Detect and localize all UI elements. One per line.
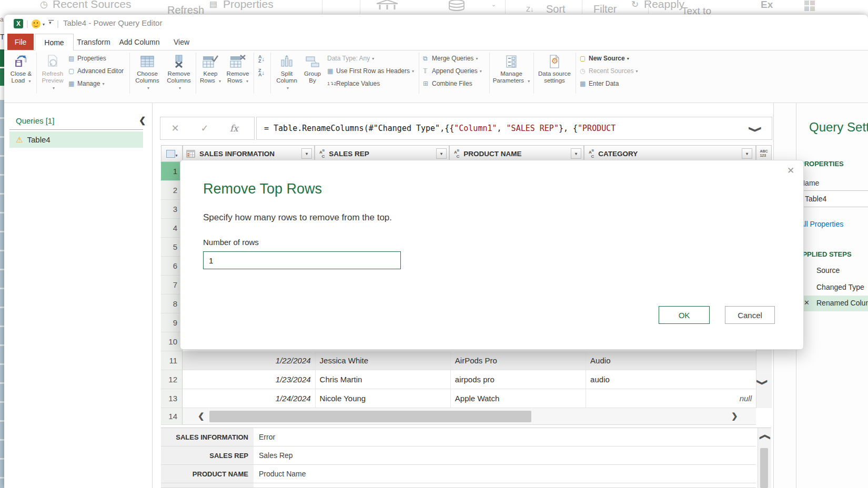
applied-step-changed-type[interactable]: Changed Type	[816, 283, 864, 291]
row-number[interactable]: 4	[161, 219, 183, 238]
recent-sources-button[interactable]: ◷ Recent Sources ▾	[580, 66, 638, 76]
new-source-button[interactable]: ▢ New Source ▾	[580, 54, 629, 63]
feedback-smiley-icon[interactable]	[32, 19, 41, 28]
filter-dropdown-button[interactable]: ▾	[436, 148, 447, 159]
manage-parameters-button[interactable]: Manage Parameters ▾	[492, 53, 530, 85]
smiley-dropdown-icon[interactable]: ▾	[43, 22, 45, 27]
tab-home[interactable]: Home	[35, 34, 74, 50]
row-number[interactable]: 10	[161, 332, 183, 351]
row-number[interactable]: 7	[161, 276, 183, 294]
scroll-down-icon[interactable]: ❯	[756, 379, 769, 386]
row-number[interactable]: 1	[161, 162, 183, 181]
table-cell[interactable]: 1/24/2024	[183, 389, 316, 408]
replace-values-button[interactable]: 1↴2 Replace Values	[327, 79, 380, 88]
formula-expand-icon[interactable]: ❯	[749, 126, 763, 133]
tab-transform[interactable]: Transform	[76, 34, 112, 50]
select-all-dropdown-icon: ▾	[176, 154, 178, 158]
dropdown-arrow-icon: ▾	[287, 86, 289, 90]
tab-file[interactable]: File	[7, 34, 34, 50]
row-number[interactable]: 11	[161, 351, 183, 370]
quick-access-toolbar-chevron-icon[interactable]: ▾	[49, 20, 52, 25]
table-cell[interactable]: airpods pro	[451, 370, 586, 389]
row-number[interactable]: 13	[161, 389, 183, 408]
group-by-line2: By	[309, 77, 316, 84]
table-cell[interactable]: Jessica White	[316, 351, 451, 370]
table-cell[interactable]: Nicole Young	[316, 389, 451, 408]
close-and-load-button[interactable]: Close & Load ▾	[6, 53, 36, 85]
ribbon-separator	[36, 53, 37, 94]
remove-rows-button[interactable]: Remove Rows ▾	[224, 53, 251, 85]
row-number[interactable]: 3	[161, 200, 183, 219]
formula-commit-icon[interactable]: ✓	[190, 123, 219, 134]
append-queries-button[interactable]: 𝕋 Append Queries ▾	[423, 66, 482, 76]
enter-data-button[interactable]: ▦ Enter Data	[580, 79, 619, 88]
advanced-editor-button[interactable]: ▢ Advanced Editor	[68, 66, 124, 76]
keep-rows-button[interactable]: Keep Rows ▾	[198, 53, 223, 85]
refresh-preview-button[interactable]: Refresh Preview ▾	[39, 53, 66, 92]
choose-columns-button[interactable]: Choose Columns ▾	[133, 53, 162, 92]
dropdown-arrow-icon: ▾	[635, 69, 638, 74]
filter-dropdown-button[interactable]: ▾	[301, 148, 312, 159]
query-name-input[interactable]	[800, 190, 868, 207]
all-properties-link[interactable]: All Properties	[800, 220, 843, 228]
table-cell[interactable]: Chris Martin	[316, 370, 451, 389]
row-number[interactable]: 5	[161, 238, 183, 257]
use-first-row-as-headers-button[interactable]: ▦ Use First Row as Headers ▾	[327, 66, 414, 76]
row-number[interactable]: 9	[161, 313, 183, 332]
table-cell-null[interactable]: null	[586, 389, 756, 408]
scroll-up-icon[interactable]: ❯	[758, 434, 770, 441]
scroll-left-icon[interactable]: ❮	[198, 411, 205, 421]
row-number[interactable]: 6	[161, 257, 183, 276]
data-source-settings-button[interactable]: ⚙ Data source settings	[536, 53, 573, 84]
horizontal-scroll-thumb[interactable]	[209, 411, 531, 422]
applied-steps-section-header: APPLIED STEPS	[798, 250, 852, 258]
bg-sheet-cell-green	[0, 49, 4, 67]
remove-columns-button[interactable]: Remove Columns ▾	[164, 53, 194, 92]
filter-dropdown-button[interactable]: ▾	[571, 148, 581, 159]
scroll-right-icon[interactable]: ❯	[731, 411, 738, 421]
query-list-item-table4[interactable]: ⚠ Table4	[9, 131, 143, 148]
delete-step-icon[interactable]: ✕	[804, 299, 810, 307]
sort-descending-button[interactable]: Z A ↓	[256, 67, 267, 78]
ok-button[interactable]: OK	[659, 306, 710, 324]
combine-files-button[interactable]: ⊞ Combine Files	[423, 79, 472, 88]
select-all-cell[interactable]: ▾	[161, 145, 183, 162]
row-number[interactable]: 8	[161, 294, 183, 313]
collapse-pane-icon[interactable]: ❮	[139, 115, 146, 125]
fx-icon[interactable]: fx	[219, 123, 249, 134]
row-number[interactable]: 12	[161, 370, 183, 389]
table-cell[interactable]: Apple Watch	[451, 389, 586, 408]
cancel-button[interactable]: Cancel	[725, 306, 775, 324]
detail-scroll-thumb[interactable]	[760, 448, 768, 488]
enter-data-label: Enter Data	[589, 80, 619, 87]
formula-input[interactable]: = Table.RenameColumns(#"Changed Type",{{…	[256, 117, 772, 140]
bg-filter: Filter	[593, 3, 617, 15]
warning-icon: ⚠	[16, 135, 23, 145]
applied-step-renamed-columns[interactable]: Renamed Columns	[816, 299, 868, 307]
tab-view[interactable]: View	[168, 34, 195, 50]
row-number[interactable]: 14	[161, 408, 183, 425]
filter-dropdown-button[interactable]: ▾	[742, 148, 752, 159]
table-cell[interactable]: 1/23/2024	[183, 370, 316, 389]
table-cell[interactable]: Audio	[586, 351, 756, 370]
table-cell[interactable]: AirPods Pro	[451, 351, 586, 370]
sort-down-arrow-icon: ↓	[262, 69, 265, 76]
row-number[interactable]: 2	[161, 181, 183, 200]
sort-ascending-button[interactable]: A Z ↓	[256, 54, 267, 64]
tab-add-column[interactable]: Add Column	[116, 34, 163, 50]
formula-cancel-icon[interactable]: ✕	[160, 123, 190, 134]
table-cell[interactable]: 1/22/2024	[183, 351, 316, 370]
table-cell[interactable]: audio	[586, 370, 756, 389]
dialog-close-icon[interactable]: ✕	[787, 165, 794, 176]
data-type-button[interactable]: Data Type: Any ▾	[327, 54, 374, 63]
merge-queries-button[interactable]: ⧉ Merge Queries ▾	[423, 54, 478, 63]
properties-button[interactable]: ▤ Properties	[68, 54, 106, 63]
group-by-button[interactable]: Group By	[301, 53, 324, 84]
dropdown-arrow-icon: ▾	[53, 86, 55, 90]
table-row: 1/23/2024 Chris Martin airpods pro audio	[183, 370, 756, 389]
applied-step-source[interactable]: Source	[816, 266, 840, 274]
split-column-button[interactable]: Split Column ▾	[274, 53, 300, 92]
number-of-rows-input[interactable]	[203, 251, 401, 269]
queries-pane-header: Queries [1]	[16, 116, 54, 125]
manage-button[interactable]: ▦ Manage ▾	[68, 79, 104, 88]
